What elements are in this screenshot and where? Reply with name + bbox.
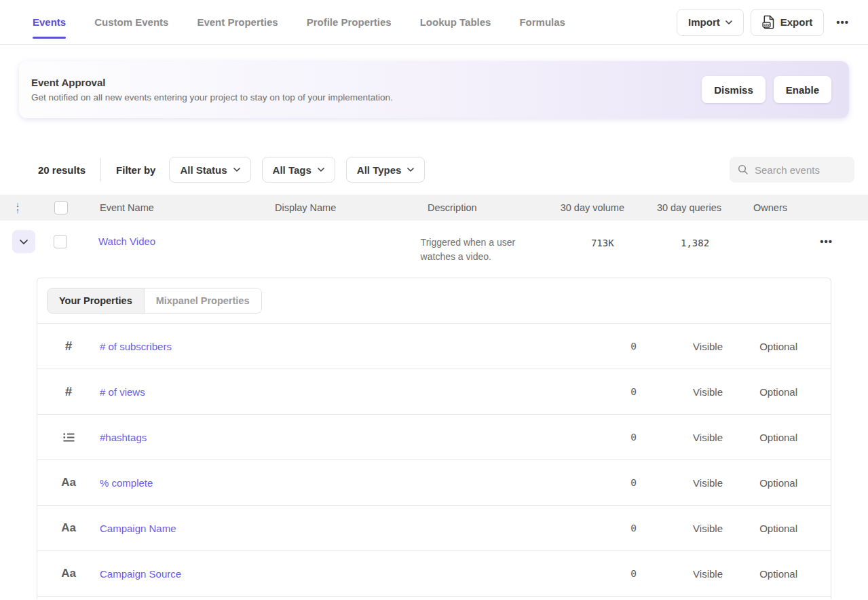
banner-text: Event Approval Get notified on all new e… [31, 77, 393, 102]
property-row: Aa % complete 0 Visible Optional [37, 460, 831, 506]
event-properties-panel: Your Properties Mixpanel Properties # # … [37, 278, 831, 599]
column-description[interactable]: Description [428, 202, 556, 213]
csv-file-icon: csv [762, 15, 775, 29]
results-count: 20 results [38, 164, 86, 176]
status-filter-value: All Status [180, 164, 227, 176]
property-visibility[interactable]: Visible [637, 386, 723, 398]
tab-formulas-label: Formulas [519, 16, 565, 28]
search-events-input[interactable] [755, 164, 843, 176]
property-requirement[interactable]: Optional [723, 477, 797, 489]
chevron-down-icon [318, 168, 324, 172]
events-table-header: ↓ ↑ Event Name Display Name Description … [0, 195, 868, 221]
property-requirement[interactable]: Optional [723, 341, 797, 352]
event-row-watch-video: Watch Video Triggered when a user watche… [0, 221, 868, 278]
property-visibility[interactable]: Visible [637, 523, 723, 534]
property-visibility[interactable]: Visible [637, 432, 723, 443]
text-type-icon: Aa [61, 476, 76, 489]
row-more-options-button[interactable]: ••• [814, 236, 838, 247]
properties-tabs-container: Your Properties Mixpanel Properties [37, 278, 831, 324]
tab-events-label: Events [33, 16, 66, 28]
export-button[interactable]: csv Export [751, 9, 825, 36]
property-visibility[interactable]: Visible [637, 568, 723, 580]
tab-profile-properties[interactable]: Profile Properties [307, 0, 392, 44]
select-all-cell [48, 201, 100, 214]
property-requirement[interactable]: Optional [723, 386, 797, 398]
number-type-icon: # [65, 339, 73, 354]
status-filter-dropdown[interactable]: All Status [169, 157, 250, 183]
tags-filter-value: All Tags [273, 164, 312, 176]
property-requirement[interactable]: Optional [723, 568, 797, 580]
banner-description: Get notified on all new events entering … [31, 92, 393, 102]
property-row: Aa Campaign Source 0 Visible Optional [37, 551, 831, 597]
property-name-link[interactable]: Campaign Source [100, 568, 555, 580]
event-name-link[interactable]: Watch Video [98, 236, 155, 247]
property-count: 0 [555, 432, 637, 443]
number-type-icon: # [65, 384, 73, 399]
filter-controls: 20 results Filter by All Status All Tags… [38, 157, 436, 183]
arrow-up-icon: ↑ [16, 208, 20, 214]
property-name-link[interactable]: % complete [100, 477, 555, 489]
property-name-link[interactable]: Campaign Name [100, 523, 555, 534]
property-name-link[interactable]: #hashtags [100, 432, 555, 443]
property-type-cell: Aa [37, 476, 100, 489]
property-row: #hashtags 0 Visible Optional [37, 415, 831, 460]
row-checkbox[interactable] [54, 235, 67, 248]
collapse-row-button[interactable] [12, 230, 35, 253]
property-row: Aa Campaign Name 0 Visible Optional [37, 506, 831, 551]
column-display-name[interactable]: Display Name [275, 202, 428, 213]
property-name-link[interactable]: # of views [100, 386, 555, 398]
property-visibility[interactable]: Visible [637, 477, 723, 489]
property-count: 0 [555, 523, 637, 533]
tab-mixpanel-properties[interactable]: Mixpanel Properties [144, 288, 261, 313]
property-requirement[interactable]: Optional [723, 432, 797, 443]
filter-by-label: Filter by [116, 164, 155, 176]
tab-lookup-tables-label: Lookup Tables [420, 16, 491, 28]
chevron-down-icon [725, 20, 732, 24]
property-row: # # of views 0 Visible Optional [37, 369, 831, 415]
types-filter-dropdown[interactable]: All Types [346, 157, 426, 183]
tab-event-properties-label: Event Properties [197, 16, 278, 28]
tab-custom-events[interactable]: Custom Events [94, 0, 168, 44]
property-row: # # of subscribers 0 Visible Optional [37, 324, 831, 369]
property-requirement[interactable]: Optional [723, 523, 797, 534]
tab-custom-events-label: Custom Events [94, 16, 168, 28]
tab-event-properties[interactable]: Event Properties [197, 0, 278, 44]
column-30-day-volume[interactable]: 30 day volume [556, 202, 624, 213]
properties-tab-group: Your Properties Mixpanel Properties [47, 288, 262, 314]
tab-your-properties[interactable]: Your Properties [48, 288, 144, 313]
search-events-box[interactable] [730, 157, 854, 183]
top-navigation: Events Custom Events Event Properties Pr… [0, 0, 868, 45]
list-type-icon [63, 432, 75, 443]
select-all-checkbox[interactable] [54, 201, 68, 214]
enable-button[interactable]: Enable [774, 76, 831, 103]
column-event-name[interactable]: Event Name [100, 202, 275, 213]
property-count: 0 [555, 568, 637, 579]
row-actions-cell: ••• [814, 229, 868, 247]
filter-toolbar: 20 results Filter by All Status All Tags… [38, 156, 854, 183]
tab-profile-properties-label: Profile Properties [307, 16, 392, 28]
svg-text:csv: csv [763, 22, 770, 26]
column-30-day-queries[interactable]: 30 day queries [624, 202, 721, 213]
event-description: Triggered when a user watches a video. [421, 236, 531, 264]
search-icon [738, 164, 749, 175]
tab-formulas[interactable]: Formulas [519, 0, 565, 44]
row-select-cell [47, 229, 98, 248]
dismiss-button[interactable]: Dismiss [702, 76, 766, 103]
description-cell: Triggered when a user watches a video. [421, 229, 548, 264]
more-options-button[interactable]: ••• [831, 16, 854, 28]
column-owners[interactable]: Owners [721, 202, 828, 213]
property-type-cell: # [37, 384, 100, 399]
tab-events[interactable]: Events [33, 0, 66, 44]
tags-filter-dropdown[interactable]: All Tags [262, 157, 335, 183]
banner-actions: Dismiss Enable [702, 76, 831, 103]
chevron-down-icon [20, 240, 28, 244]
property-count: 0 [555, 477, 637, 488]
property-visibility[interactable]: Visible [637, 341, 723, 352]
tab-lookup-tables[interactable]: Lookup Tables [420, 0, 491, 44]
property-name-link[interactable]: # of subscribers [100, 341, 555, 352]
import-button[interactable]: Import [677, 9, 744, 36]
property-count: 0 [555, 386, 637, 397]
collapse-all-icon[interactable]: ↓ ↑ [12, 202, 23, 214]
export-button-label: Export [780, 16, 813, 28]
property-type-cell [37, 432, 100, 443]
